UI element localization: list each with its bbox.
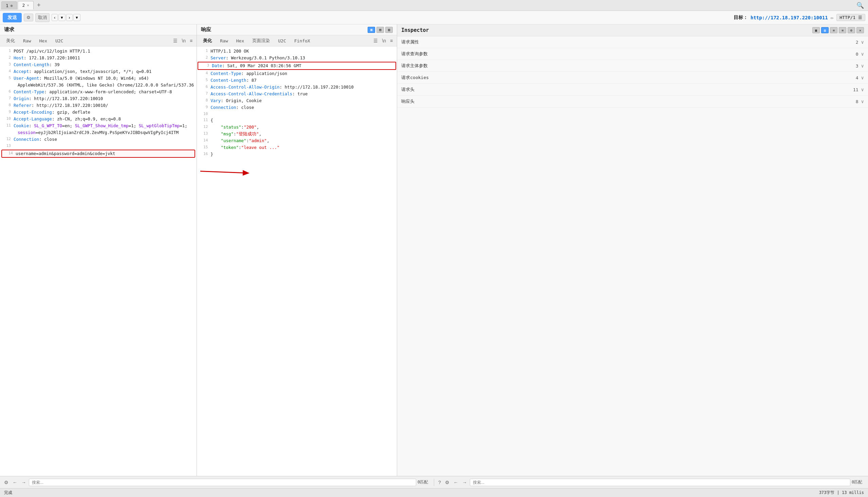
tab-add-button[interactable]: + xyxy=(34,2,43,9)
request-code-content: 1 POST /api/vc/12/login HTTP/1.1 2 Host:… xyxy=(0,46,197,476)
bottom-forward-left[interactable]: → xyxy=(20,479,28,486)
tab-response-finfox[interactable]: FinfoX xyxy=(291,37,314,44)
response-newline-icon[interactable]: \n xyxy=(380,37,387,44)
response-tab-icons: ☰ \n ≡ xyxy=(372,37,394,44)
response-list-icon[interactable]: ☰ xyxy=(372,37,379,44)
response-date-text: Date: Sat, 09 Mar 2024 03:26:56 GMT xyxy=(212,62,393,69)
request-body-text: username=admin&password=admin&code=jvkt xyxy=(16,150,192,157)
edit-icon[interactable]: ✏ xyxy=(831,14,834,21)
tab-response-render[interactable]: 页面渲染 xyxy=(249,37,273,45)
tab-1[interactable]: 1 ● xyxy=(1,1,17,10)
match-count-right: 0匹配 xyxy=(852,479,865,485)
inspector-align-left[interactable]: ≡ xyxy=(830,27,838,33)
tab-request-u2c[interactable]: U2C xyxy=(52,37,67,44)
inspector-row-query-params[interactable]: 请求查询参数 0 ∨ xyxy=(397,48,868,60)
inspector-align-right[interactable]: ≡ xyxy=(839,27,846,33)
match-count-left: 0匹配 xyxy=(418,479,431,485)
resp-line-13: 13 "msg":"登陆成功", xyxy=(197,131,397,138)
chevron-down-icon: ∨ xyxy=(861,39,864,45)
inspector-view-split[interactable]: ▥ xyxy=(821,27,829,33)
toolbar-target: 目标： http://172.18.197.220:10011 ✏ HTTP/1… xyxy=(733,14,865,21)
nav-right-button[interactable]: › xyxy=(66,14,72,21)
tab-response-meih[interactable]: 美化 xyxy=(200,37,215,45)
view-icons: ▦ ▤ ▥ xyxy=(368,27,393,33)
view-split-icon[interactable]: ▥ xyxy=(385,27,393,33)
tab-response-hex[interactable]: Hex xyxy=(233,37,248,44)
request-newline-icon[interactable]: \n xyxy=(180,37,187,44)
response-tabs: 美化 Raw Hex 页面渲染 U2C FinfoX ☰ \n ≡ xyxy=(197,35,397,46)
inspector-panel: Inspector ▦ ▥ ≡ ≡ ⚙ ✕ 请求属性 2 ∨ 请求查询参数 0 … xyxy=(397,25,868,476)
search-input-right[interactable] xyxy=(470,479,850,486)
req-line-9: 9 Accept-Encoding: gzip, deflate xyxy=(0,109,197,116)
response-title: 响应 xyxy=(201,27,211,33)
inspector-label-request-headers: 请求头 xyxy=(401,86,853,93)
view-grid-icon[interactable]: ▦ xyxy=(368,27,375,33)
req-line-12: 12 Connection: close xyxy=(0,136,197,143)
resp-line-8: 8 Vary: Origin, Cookie xyxy=(197,97,397,104)
inspector-row-cookies[interactable]: 请求cookies 4 ∨ xyxy=(397,72,868,84)
request-list-icon[interactable]: ☰ xyxy=(172,37,179,44)
http-version-badge[interactable]: HTTP/1 ☰ xyxy=(837,14,865,21)
request-menu-icon[interactable]: ≡ xyxy=(188,37,194,44)
inspector-title: Inspector xyxy=(401,27,812,33)
bottom-settings-left[interactable]: ⚙ xyxy=(3,479,10,486)
chevron-down-icon-4: ∨ xyxy=(861,75,864,81)
tab-request-hex[interactable]: Hex xyxy=(36,37,50,44)
tab-close-icon[interactable]: ✕ xyxy=(27,3,29,8)
resp-line-2: 2 Server: Werkzeug/3.0.1 Python/3.10.13 xyxy=(197,55,397,61)
target-label: 目标： xyxy=(733,15,748,21)
view-list-icon[interactable]: ▤ xyxy=(376,27,384,33)
search-input-left[interactable] xyxy=(29,479,416,486)
bottom-back-left[interactable]: ← xyxy=(11,479,19,486)
tab-response-raw[interactable]: Raw xyxy=(216,37,231,44)
inspector-row-response-headers[interactable]: 响应头 8 ∨ xyxy=(397,96,868,108)
bottom-forward-right[interactable]: → xyxy=(461,479,468,486)
stats-text: 373字节 | 13 millis xyxy=(819,490,864,496)
target-url[interactable]: http://172.18.197.220:10011 xyxy=(751,15,828,20)
send-button[interactable]: 发送 xyxy=(3,13,22,23)
tab-request-meih[interactable]: 美化 xyxy=(3,37,18,45)
inspector-label-cookies: 请求cookies xyxy=(401,75,855,81)
resp-line-10: 10 xyxy=(197,111,397,117)
inspector-label-query-params: 请求查询参数 xyxy=(401,51,855,57)
resp-line-6: 6 Access-Control-Allow-Origin: http://17… xyxy=(197,84,397,90)
bottom-back-right[interactable]: ← xyxy=(452,479,460,486)
tab-search-icon[interactable]: 🔍 xyxy=(854,0,867,10)
settings-button[interactable]: ⚙ xyxy=(24,14,33,22)
bottom-settings-right[interactable]: ⚙ xyxy=(444,479,451,486)
tab-request-raw[interactable]: Raw xyxy=(20,37,34,44)
status-text: 完成 xyxy=(4,490,12,496)
inspector-row-body-params[interactable]: 请求主体参数 3 ∨ xyxy=(397,60,868,72)
nav-left-button[interactable]: ‹ xyxy=(52,14,58,21)
inspector-close[interactable]: ✕ xyxy=(856,27,864,33)
req-line-8: 8 Referer: http://172.18.197.220:10010/ xyxy=(0,102,197,109)
request-tab-icons: ☰ \n ≡ xyxy=(172,37,194,44)
tab-2[interactable]: 2 ✕ xyxy=(18,1,33,10)
nav-right-down-button[interactable]: ▾ xyxy=(73,14,81,21)
response-panel: 响应 ▦ ▤ ▥ 美化 Raw Hex 页面渲染 U2C FinfoX ☰ \n… xyxy=(197,25,397,476)
req-line-13: 13 xyxy=(0,143,197,149)
inspector-row-request-props[interactable]: 请求属性 2 ∨ xyxy=(397,36,868,48)
req-line-11b: session=eyJjb2RlIjoianZrdCJ9.ZevMVg.PsSp… xyxy=(0,129,197,136)
bottom-help-right[interactable]: ? xyxy=(437,479,442,486)
response-header: 响应 ▦ ▤ ▥ xyxy=(197,25,397,35)
cancel-button[interactable]: 取消 xyxy=(35,13,50,22)
req-line-5: 5 User-Agent: Mozilla/5.0 (Windows NT 10… xyxy=(0,75,197,82)
resp-line-11: 11 { xyxy=(197,117,397,124)
nav-left-down-button[interactable]: ▾ xyxy=(58,14,66,21)
request-header: 请求 xyxy=(0,25,197,35)
request-panel: 请求 美化 Raw Hex U2C ☰ \n ≡ 1 POST /api/vc/… xyxy=(0,25,197,476)
request-tabs: 美化 Raw Hex U2C ☰ \n ≡ xyxy=(0,35,197,46)
chevron-down-icon-6: ∨ xyxy=(861,99,864,104)
req-line-7: 7 Origin: http://172.18.197.220:10010 xyxy=(0,95,197,102)
bottom-section-request: ⚙ ← → 0匹配 xyxy=(0,479,434,486)
inspector-row-request-headers[interactable]: 请求头 11 ∨ xyxy=(397,84,868,96)
inspector-view-grid[interactable]: ▦ xyxy=(812,27,820,33)
tab-response-u2c[interactable]: U2C xyxy=(275,37,289,44)
inspector-header: Inspector ▦ ▥ ≡ ≡ ⚙ ✕ xyxy=(397,25,868,36)
response-menu-icon[interactable]: ≡ xyxy=(389,37,394,44)
inspector-settings[interactable]: ⚙ xyxy=(848,27,855,33)
main-content: 请求 美化 Raw Hex U2C ☰ \n ≡ 1 POST /api/vc/… xyxy=(0,25,868,476)
req-line-14: 14 username=admin&password=admin&code=jv… xyxy=(1,150,195,158)
inspector-count-request-props: 2 xyxy=(856,40,858,45)
